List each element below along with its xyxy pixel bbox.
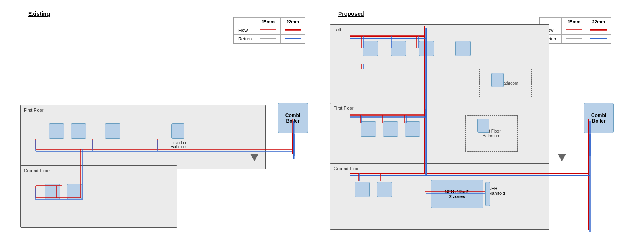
proposed-rad-ff-1 [361, 121, 376, 137]
existing-first-floor-label: First Floor [24, 108, 44, 113]
ufh-label: UFH (19m2)2 zones [445, 189, 469, 199]
proposed-ground-floor: Ground Floor UFH (19m2)2 zones UFHManifo… [330, 163, 549, 230]
proposed-rad-loft-2 [391, 41, 406, 56]
prop-legend-flow-22mm [586, 26, 611, 35]
proposed-rad-gf-1 [355, 182, 370, 197]
legend-flow-label: Flow [234, 26, 256, 35]
ufh-manifold-label: UFHManifold [488, 186, 505, 196]
proposed-rad-loft-bath [491, 73, 504, 87]
prop-legend-return-22mm [586, 35, 611, 43]
legend-col2: 22mm [281, 18, 305, 26]
proposed-boiler-label: CombiBoiler [591, 113, 606, 124]
proposed-loft-floor: Loft Loft Bathroom [330, 24, 549, 105]
existing-boiler-triangle [250, 154, 258, 161]
existing-rad-ff-2 [71, 123, 86, 139]
proposed-first-floor: First Floor First FloorBathroom [330, 103, 549, 165]
existing-rad-gf-1 [45, 184, 60, 199]
main-container: Existing 15mm 22mm Flow Return [0, 0, 644, 244]
proposed-rad-ff-3 [405, 121, 420, 137]
proposed-boiler-triangle [558, 154, 566, 161]
existing-ff-bath-label: First FloorBathroom [167, 141, 191, 149]
prop-legend-col1: 15mm [562, 18, 586, 26]
legend-flow-15mm [256, 26, 281, 35]
prop-legend-col2: 22mm [586, 18, 611, 26]
legend-return-label: Return [234, 35, 256, 43]
prop-legend-return-15mm [562, 35, 586, 43]
legend-col0 [234, 18, 256, 26]
existing-boiler-label: CombiBoiler [285, 113, 300, 124]
proposed-ufh-manifold-box [485, 182, 490, 206]
existing-legend: 15mm 22mm Flow Return [233, 17, 305, 44]
existing-first-floor: First Floor First FloorBathroom [20, 105, 266, 169]
legend-return-15mm [256, 35, 281, 43]
existing-boiler: CombiBoiler [278, 103, 308, 133]
legend-return-22mm [281, 35, 305, 43]
proposed-ground-floor-label: Ground Floor [334, 166, 360, 171]
proposed-boiler: CombiBoiler [584, 103, 614, 133]
existing-rad-ff-1 [49, 123, 64, 139]
existing-ground-floor: Ground Floor [20, 165, 177, 228]
proposed-rad-ff-2 [383, 121, 398, 137]
existing-title: Existing [28, 10, 50, 17]
proposed-loft-label: Loft [334, 27, 341, 32]
proposed-rad-loft-1 [363, 41, 378, 56]
proposed-ff-bathroom: First FloorBathroom [465, 115, 518, 152]
prop-legend-flow-15mm [562, 26, 586, 35]
existing-rad-ff-3 [105, 123, 120, 139]
legend-col1: 15mm [256, 18, 281, 26]
proposed-ufh-box: UFH (19m2)2 zones [431, 180, 483, 208]
proposed-rad-gf-2 [377, 182, 392, 197]
proposed-rad-loft-3 [419, 41, 434, 56]
proposed-rad-ff-bath [477, 119, 489, 133]
existing-rad-gf-2 [67, 184, 82, 199]
existing-rad-ff-bath [171, 123, 184, 139]
proposed-legend: 15mm 22mm Flow Return [539, 17, 611, 44]
proposed-loft-bathroom: Loft Bathroom [479, 69, 532, 97]
existing-ground-floor-label: Ground Floor [24, 168, 50, 173]
legend-flow-22mm [281, 26, 305, 35]
proposed-first-floor-label: First Floor [334, 106, 354, 111]
proposed-rad-loft-4 [455, 41, 471, 56]
proposed-title: Proposed [338, 10, 364, 17]
